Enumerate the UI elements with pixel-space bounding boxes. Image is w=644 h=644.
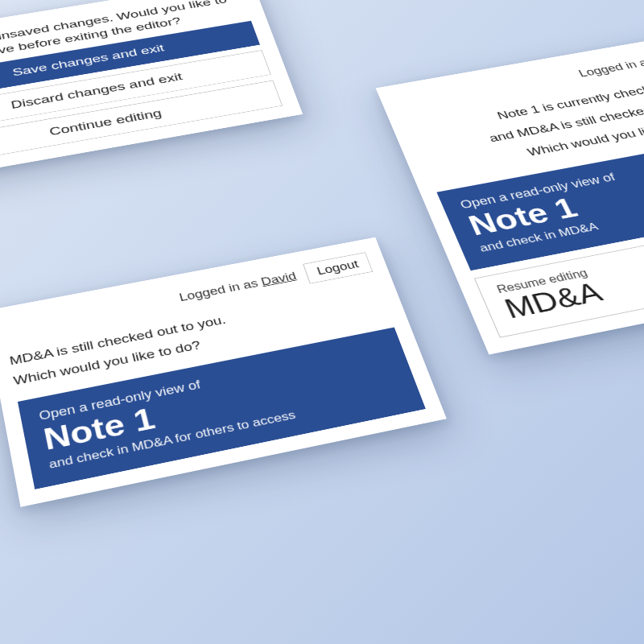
mdna-checkout-panel: Logged in as David Logout MD&A is still … <box>0 237 447 508</box>
logged-in-text: Logged in as David <box>576 50 644 80</box>
unsaved-changes-dialog: You have unsaved changes. Would you like… <box>0 0 303 182</box>
logged-in-text: Logged in as David <box>178 270 298 304</box>
logged-in-prefix: Logged in as <box>576 56 644 79</box>
logged-in-prefix: Logged in as <box>178 276 263 303</box>
logout-button[interactable]: Logout <box>303 252 373 284</box>
note1-checkout-panel: Logged in as David Logout Note 1 is curr… <box>376 21 644 354</box>
current-user[interactable]: David <box>259 270 298 287</box>
